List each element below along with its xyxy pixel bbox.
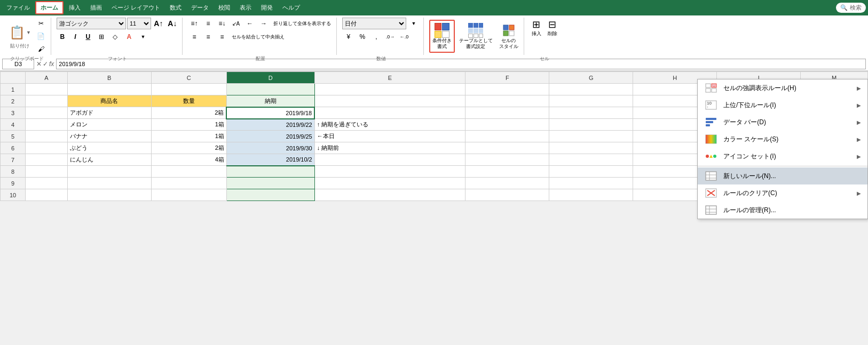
cell-a7[interactable] — [26, 154, 68, 166]
cell-g9[interactable] — [549, 178, 633, 189]
cell-c4[interactable]: 1箱 — [151, 119, 226, 131]
cell-f6[interactable] — [465, 142, 549, 154]
cell-d7[interactable]: 2019/10/2 — [226, 154, 314, 166]
row-header-6[interactable]: 6 — [1, 142, 26, 154]
format-painter-button[interactable]: 🖌 — [35, 43, 48, 55]
percent-button[interactable]: % — [356, 31, 369, 43]
cell-e5[interactable]: ←本日 — [314, 131, 465, 142]
paste-button[interactable]: 📋 ▼ — [6, 23, 34, 42]
cell-f7[interactable] — [465, 154, 549, 166]
font-family-select[interactable]: 游ゴシック — [57, 18, 126, 29]
cell-a2[interactable] — [26, 95, 68, 107]
menu-draw[interactable]: 描画 — [86, 2, 106, 13]
menu-file[interactable]: ファイル — [2, 2, 34, 13]
cell-d6[interactable]: 2019/9/30 — [226, 142, 314, 154]
number-format-arrow[interactable]: ▼ — [407, 18, 420, 29]
menu-help[interactable]: ヘルプ — [278, 2, 304, 13]
delete-cells-button[interactable]: ⊟ 削除 — [546, 18, 559, 38]
cell-a3[interactable] — [26, 107, 68, 119]
decimal-increase-button[interactable]: .0→ — [384, 31, 397, 43]
cell-d9[interactable] — [226, 178, 314, 189]
indent-decrease-button[interactable]: ← — [243, 18, 256, 29]
col-header-e[interactable]: E — [314, 72, 465, 84]
cell-b9[interactable] — [67, 178, 151, 189]
currency-button[interactable]: ¥ — [342, 31, 355, 43]
cell-d10[interactable] — [226, 189, 314, 201]
italic-button[interactable]: I — [69, 31, 81, 43]
paste-arrow[interactable]: ▼ — [26, 30, 31, 35]
cell-b3[interactable]: アボガド — [67, 107, 151, 119]
cell-e9[interactable] — [314, 178, 465, 189]
row-header-2[interactable]: 2 — [1, 95, 26, 107]
cell-g10[interactable] — [549, 189, 633, 201]
cell-f2[interactable] — [465, 95, 549, 107]
cell-c1[interactable] — [151, 84, 226, 95]
cell-c3[interactable]: 2箱 — [151, 107, 226, 119]
cell-a4[interactable] — [26, 119, 68, 131]
cell-f9[interactable] — [465, 178, 549, 189]
bold-button[interactable]: B — [57, 31, 68, 43]
col-header-d[interactable]: D — [226, 72, 314, 84]
merge-center-button[interactable]: セルを結合して中央揃え — [230, 31, 287, 43]
font-size-options[interactable]: ▼ — [137, 31, 149, 43]
cell-f3[interactable] — [465, 107, 549, 119]
data-bar-item[interactable]: データ バー(D) ▶ — [698, 114, 867, 131]
col-header-g[interactable]: G — [549, 72, 633, 84]
cell-g2[interactable] — [549, 95, 633, 107]
font-color-button[interactable]: A — [123, 31, 136, 43]
menu-home[interactable]: ホーム — [35, 1, 64, 14]
text-direction-button[interactable]: ↙A — [230, 18, 242, 29]
cell-b1[interactable] — [67, 84, 151, 95]
cell-e7[interactable] — [314, 154, 465, 166]
border-button[interactable]: ⊞ — [95, 31, 108, 43]
insert-cells-button[interactable]: ⊞ 挿入 — [530, 18, 543, 38]
cell-b2[interactable]: 商品名 — [67, 95, 151, 107]
cell-g3[interactable] — [549, 107, 633, 119]
cell-c2[interactable]: 数量 — [151, 95, 226, 107]
cell-e10[interactable] — [314, 189, 465, 201]
menu-insert[interactable]: 挿入 — [65, 2, 85, 13]
cell-c5[interactable]: 1箱 — [151, 131, 226, 142]
new-rule-item[interactable]: 新しいルール(N)... — [698, 167, 867, 184]
cell-f5[interactable] — [465, 131, 549, 142]
align-center-button[interactable]: ≡ — [202, 31, 215, 43]
cell-b10[interactable] — [67, 189, 151, 201]
cell-f1[interactable] — [465, 84, 549, 95]
cell-f8[interactable] — [465, 166, 549, 178]
cell-a6[interactable] — [26, 142, 68, 154]
col-header-f[interactable]: F — [465, 72, 549, 84]
cell-g1[interactable] — [549, 84, 633, 95]
indent-increase-button[interactable]: → — [257, 18, 270, 29]
cell-b8[interactable] — [67, 166, 151, 178]
cell-c8[interactable] — [151, 166, 226, 178]
cell-d8[interactable] — [226, 166, 314, 178]
number-format-select[interactable]: 日付 — [342, 18, 406, 29]
row-header-1[interactable]: 1 — [1, 84, 26, 95]
cell-d4[interactable]: 2019/9/22 — [226, 119, 314, 131]
row-header-9[interactable]: 9 — [1, 178, 26, 189]
cell-b7[interactable]: にんじん — [67, 154, 151, 166]
menu-page-layout[interactable]: ページ レイアウト — [107, 2, 164, 13]
font-shrink-button[interactable]: A↓ — [166, 18, 179, 29]
cell-d2[interactable]: 納期 — [226, 95, 314, 107]
cell-b4[interactable]: メロン — [67, 119, 151, 131]
cell-e8[interactable] — [314, 166, 465, 178]
cell-g8[interactable] — [549, 166, 633, 178]
align-bottom-button[interactable]: ≡↓ — [216, 18, 228, 29]
menu-view[interactable]: 表示 — [235, 2, 256, 13]
cell-e2[interactable] — [314, 95, 465, 107]
cell-c7[interactable]: 4箱 — [151, 154, 226, 166]
insert-function-icon[interactable]: fx — [49, 60, 54, 68]
cell-a1[interactable] — [26, 84, 68, 95]
col-header-b[interactable]: B — [67, 72, 151, 84]
decimal-decrease-button[interactable]: ←.0 — [398, 31, 411, 43]
align-top-button[interactable]: ≡↑ — [188, 18, 201, 29]
cell-d5[interactable]: 2019/9/25 — [226, 131, 314, 142]
row-header-8[interactable]: 8 — [1, 166, 26, 178]
color-scale-item[interactable]: カラー スケール(S) ▶ — [698, 131, 867, 148]
cell-a10[interactable] — [26, 189, 68, 201]
conditional-format-button[interactable]: 条件付き 書式 — [429, 20, 455, 53]
wrap-text-button[interactable]: 折り返して全体を表示する — [271, 18, 333, 29]
row-header-7[interactable]: 7 — [1, 154, 26, 166]
cell-g7[interactable] — [549, 154, 633, 166]
